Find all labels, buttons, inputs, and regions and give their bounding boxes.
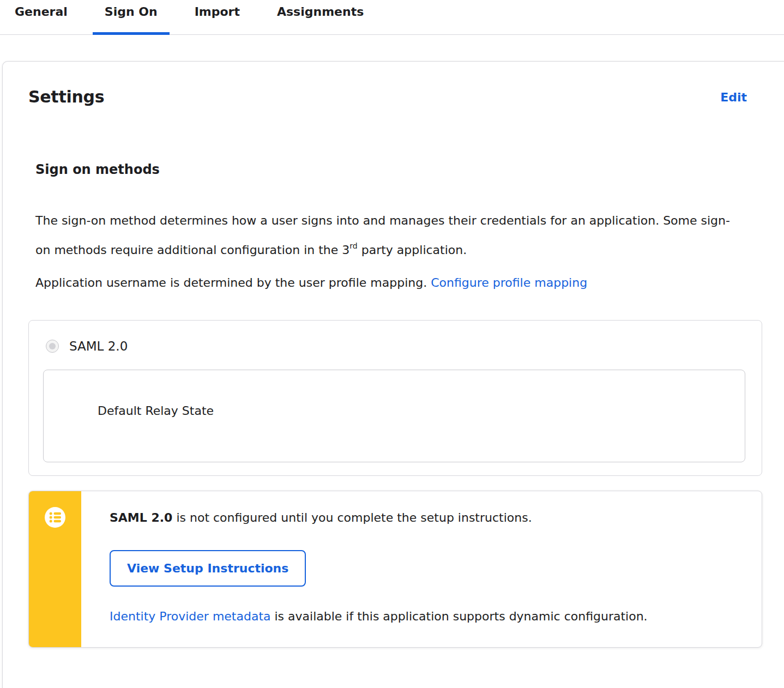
description-superscript: rd (349, 242, 357, 250)
sign-on-methods-heading: Sign on methods (35, 162, 762, 177)
warning-banner-body: SAML 2.0 is not configured until you com… (81, 491, 762, 647)
warning-banner-accent (29, 491, 81, 647)
page-title: Settings (28, 87, 104, 106)
default-relay-state-field: Default Relay State (43, 370, 745, 462)
saml-radio-row: SAML 2.0 (43, 339, 745, 353)
metadata-note: Identity Provider metadata is available … (110, 608, 751, 625)
description-text-end: party application. (358, 243, 467, 257)
view-setup-instructions-button[interactable]: View Setup Instructions (110, 550, 306, 587)
list-icon (44, 506, 66, 528)
username-note-text: Application username is determined by th… (35, 276, 431, 289)
settings-card: Settings Edit Sign on methods The sign-o… (2, 61, 784, 688)
metadata-note-text: is available if this application support… (271, 609, 648, 623)
tab-general[interactable]: General (15, 0, 80, 34)
tab-import[interactable]: Import (183, 0, 252, 34)
tab-assignments[interactable]: Assignments (265, 0, 376, 34)
saml-warning-banner: SAML 2.0 is not configured until you com… (28, 491, 762, 648)
username-note: Application username is determined by th… (35, 274, 744, 292)
saml-option-box: SAML 2.0 Default Relay State (28, 320, 762, 476)
warning-message: SAML 2.0 is not configured until you com… (110, 510, 751, 526)
identity-provider-metadata-link[interactable]: Identity Provider metadata (110, 609, 271, 623)
default-relay-state-label: Default Relay State (98, 404, 214, 418)
edit-link[interactable]: Edit (720, 90, 747, 104)
warning-message-text: is not configured until you complete the… (172, 511, 532, 524)
settings-card-header: Settings Edit (28, 87, 762, 106)
saml-radio-button[interactable] (46, 340, 59, 353)
saml-radio-label: SAML 2.0 (69, 339, 128, 353)
sign-on-methods-description: The sign-on method determines how a user… (35, 208, 744, 263)
app-tabbar: General Sign On Import Assignments (0, 0, 784, 35)
tab-sign-on[interactable]: Sign On (93, 0, 170, 34)
warning-message-bold: SAML 2.0 (110, 511, 172, 524)
configure-profile-mapping-link[interactable]: Configure profile mapping (431, 276, 587, 289)
